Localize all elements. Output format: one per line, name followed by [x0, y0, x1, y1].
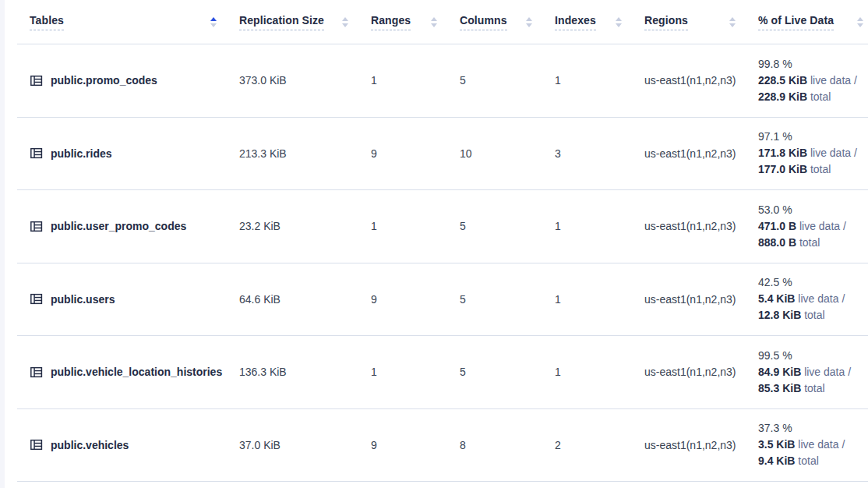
table-grid-icon: [30, 74, 43, 87]
regions-value: us-east1(n1,n2,n3): [632, 147, 746, 160]
replication-size-value: 373.0 KiB: [227, 74, 358, 87]
columns-value: 5: [447, 293, 542, 306]
table-header-row: Tables Replication Size Ranges Columns I…: [17, 0, 868, 44]
live-data-cell: 97.1 % 171.8 KiB live data / 177.0 KiB t…: [746, 129, 868, 178]
sort-arrows-icon[interactable]: [526, 17, 532, 27]
live-data-cell: 42.5 % 5.4 KiB live data / 12.8 KiB tota…: [746, 274, 868, 324]
column-header-label: Tables: [30, 14, 64, 30]
table-name-link[interactable]: public.vehicles: [51, 439, 129, 451]
column-header-indexes[interactable]: Indexes: [542, 14, 632, 30]
table-grid-icon: [30, 438, 43, 451]
total-data-line: 12.8 KiB total: [758, 307, 865, 324]
sort-desc-icon: [729, 23, 736, 27]
live-data-cell: 99.5 % 84.9 KiB live data / 85.3 KiB tot…: [746, 348, 868, 397]
live-data-cell: 99.8 % 228.5 KiB live data / 228.9 KiB t…: [746, 56, 868, 105]
ranges-value: 1: [358, 366, 447, 378]
live-data-line: 84.9 KiB live data /: [758, 364, 865, 380]
page-edge-strip: [0, 0, 5, 488]
indexes-value: 1: [542, 74, 632, 87]
sort-arrows-icon[interactable]: [616, 17, 622, 27]
sort-arrows-icon[interactable]: [342, 17, 348, 27]
live-data-line: 3.5 KiB live data /: [758, 437, 865, 453]
sort-asc-icon: [431, 17, 437, 21]
column-header-tables[interactable]: Tables: [17, 14, 227, 30]
sort-asc-icon: [342, 17, 348, 21]
column-header-regions[interactable]: Regions: [632, 14, 746, 30]
column-header-label: % of Live Data: [758, 14, 834, 30]
total-data-line: 85.3 KiB total: [758, 380, 865, 397]
replication-size-value: 37.0 KiB: [227, 439, 358, 451]
table-row[interactable]: public.vehicle_location_histories 136.3 …: [17, 336, 868, 409]
live-data-cell: 53.0 % 471.0 B live data / 888.0 B total: [746, 202, 868, 251]
table-grid-icon: [30, 147, 43, 160]
indexes-value: 2: [542, 439, 632, 451]
columns-value: 5: [447, 74, 542, 87]
columns-value: 5: [447, 220, 542, 232]
regions-value: us-east1(n1,n2,n3): [632, 439, 746, 451]
table-name-link[interactable]: public.rides: [51, 147, 112, 160]
table-name-link[interactable]: public.vehicle_location_histories: [51, 366, 222, 378]
regions-value: us-east1(n1,n2,n3): [632, 220, 746, 232]
sort-arrows-icon[interactable]: [431, 17, 437, 27]
column-header-label: Indexes: [555, 14, 596, 30]
column-header-ranges[interactable]: Ranges: [358, 14, 447, 30]
sort-desc-icon: [526, 23, 532, 27]
ranges-value: 1: [358, 220, 447, 232]
sort-desc-icon: [616, 23, 622, 27]
sort-arrows-icon[interactable]: [210, 17, 217, 27]
ranges-value: 1: [358, 74, 447, 87]
live-percent: 53.0 %: [758, 202, 865, 218]
total-data-line: 888.0 B total: [758, 235, 865, 251]
sort-desc-icon: [210, 23, 217, 27]
live-percent: 42.5 %: [758, 274, 865, 291]
total-data-line: 177.0 KiB total: [758, 161, 865, 178]
sort-asc-icon: [616, 17, 622, 21]
live-percent: 99.5 %: [758, 348, 865, 364]
indexes-value: 1: [542, 293, 632, 306]
replication-size-value: 23.2 KiB: [227, 220, 358, 232]
sort-arrows-icon[interactable]: [729, 17, 736, 27]
column-header-label: Replication Size: [239, 14, 324, 30]
sort-asc-icon: [729, 17, 736, 21]
table-row[interactable]: public.vehicles 37.0 KiB 9 8 2 us-east1(…: [17, 409, 868, 483]
live-percent: 37.3 %: [758, 420, 865, 437]
table-row[interactable]: public.user_promo_codes 23.2 KiB 1 5 1 u…: [17, 190, 868, 263]
table-row[interactable]: public.rides 213.3 KiB 9 10 3 us-east1(n…: [17, 118, 868, 191]
column-header-label: Columns: [460, 14, 507, 30]
sort-arrows-icon[interactable]: [857, 17, 863, 27]
live-data-cell: 37.3 % 3.5 KiB live data / 9.4 KiB total: [746, 420, 868, 469]
sort-asc-icon: [210, 17, 217, 21]
table-grid-icon: [30, 292, 43, 306]
replication-size-value: 213.3 KiB: [227, 147, 358, 160]
live-data-line: 5.4 KiB live data /: [758, 291, 865, 307]
live-data-line: 171.8 KiB live data /: [758, 145, 865, 161]
live-data-line: 471.0 B live data /: [758, 218, 865, 235]
column-header-label: Regions: [644, 14, 688, 30]
ranges-value: 9: [358, 439, 447, 451]
table-grid-icon: [30, 366, 43, 379]
column-header-replication-size[interactable]: Replication Size: [227, 14, 358, 30]
replication-size-value: 136.3 KiB: [227, 366, 358, 378]
sort-desc-icon: [431, 23, 437, 27]
columns-value: 5: [447, 366, 542, 378]
regions-value: us-east1(n1,n2,n3): [632, 293, 746, 306]
indexes-value: 1: [542, 220, 632, 232]
sort-asc-icon: [526, 17, 532, 21]
table-name-link[interactable]: public.user_promo_codes: [51, 220, 186, 232]
indexes-value: 1: [542, 366, 632, 378]
sort-asc-icon: [857, 17, 863, 21]
columns-value: 8: [447, 439, 542, 451]
table-row[interactable]: public.promo_codes 373.0 KiB 1 5 1 us-ea…: [17, 44, 868, 118]
sort-desc-icon: [857, 23, 863, 27]
sort-desc-icon: [342, 23, 348, 27]
ranges-value: 9: [358, 147, 447, 160]
regions-value: us-east1(n1,n2,n3): [632, 366, 746, 378]
table-grid-icon: [30, 220, 43, 233]
column-header-columns[interactable]: Columns: [447, 14, 542, 30]
column-header-live-data[interactable]: % of Live Data: [746, 14, 868, 30]
live-percent: 97.1 %: [758, 129, 865, 145]
table-name-link[interactable]: public.promo_codes: [51, 74, 157, 87]
table-row[interactable]: public.users 64.6 KiB 9 5 1 us-east1(n1,…: [17, 263, 868, 337]
table-name-link[interactable]: public.users: [51, 293, 115, 306]
replication-size-value: 64.6 KiB: [227, 293, 358, 306]
